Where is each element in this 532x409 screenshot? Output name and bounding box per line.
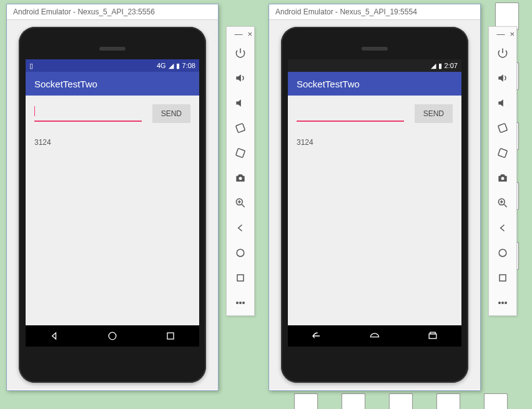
svg-point-19: [499, 302, 501, 304]
toolbar-minimize-button[interactable]: —: [496, 29, 505, 39]
app-action-bar: SocketTestTwo: [288, 72, 461, 96]
phone-screen: ◢ ▮ 2:07 SocketTestTwo SEND 3124: [288, 59, 461, 347]
result-text: 3124: [34, 138, 190, 147]
overview-icon[interactable]: [228, 265, 253, 290]
app-title: SocketTestTwo: [34, 79, 97, 89]
nav-back-button[interactable]: [310, 330, 323, 342]
svg-rect-11: [429, 334, 436, 339]
svg-point-0: [109, 332, 116, 340]
zoom-icon[interactable]: [490, 190, 515, 215]
message-input[interactable]: [297, 106, 404, 122]
status-bar: ◢ ▮ 2:07: [288, 59, 461, 72]
svg-rect-7: [237, 275, 244, 281]
window-title: Android Emulator - Nexus_5_API_23:5556: [7, 4, 218, 20]
emulator-window-right: Android Emulator - Nexus_5_API_19:5554 ◢…: [268, 4, 481, 391]
status-time: 2:07: [445, 62, 458, 69]
emulator-toolbar-left: — ×: [226, 26, 255, 316]
message-input[interactable]: [34, 106, 142, 122]
text-cursor: [34, 106, 35, 116]
power-icon[interactable]: [228, 41, 253, 66]
home-icon[interactable]: [490, 240, 515, 265]
svg-point-4: [239, 177, 242, 180]
svg-point-21: [505, 302, 507, 304]
camera-icon[interactable]: [490, 165, 515, 190]
status-bar: ▯ 4G ◢ ▮ 7:08: [26, 59, 199, 72]
status-left-icon: ▯: [29, 62, 33, 70]
volume-down-icon[interactable]: [228, 91, 253, 116]
back-icon[interactable]: [490, 215, 515, 240]
svg-rect-2: [236, 124, 245, 133]
more-icon[interactable]: [228, 290, 253, 315]
battery-icon: ▮: [438, 62, 442, 70]
send-button[interactable]: SEND: [152, 104, 190, 123]
toolbar-close-button[interactable]: ×: [510, 29, 515, 39]
desktop-icon[interactable]: [293, 393, 318, 409]
desktop-icon[interactable]: [388, 393, 413, 409]
svg-rect-3: [236, 149, 245, 158]
toolbar-close-button[interactable]: ×: [247, 29, 252, 39]
emulator-toolbar-right: — ×: [488, 26, 517, 316]
app-action-bar: SocketTestTwo: [26, 72, 199, 96]
back-icon[interactable]: [228, 215, 253, 240]
volume-up-icon[interactable]: [228, 66, 253, 91]
emulator-window-left: Android Emulator - Nexus_5_API_23:5556 ▯…: [6, 4, 219, 391]
zoom-icon[interactable]: [228, 190, 253, 215]
svg-point-9: [240, 302, 242, 304]
volume-down-icon[interactable]: [490, 91, 515, 116]
phone-frame: ◢ ▮ 2:07 SocketTestTwo SEND 3124: [281, 27, 468, 383]
nav-overview-button[interactable]: [426, 330, 439, 342]
window-title: Android Emulator - Nexus_5_API_19:5554: [269, 4, 480, 20]
camera-icon[interactable]: [228, 165, 253, 190]
svg-point-6: [237, 249, 244, 257]
desktop-icon[interactable]: [341, 393, 366, 409]
volume-up-icon[interactable]: [490, 66, 515, 91]
status-time: 7:08: [182, 62, 195, 69]
nav-home-button[interactable]: [106, 330, 119, 342]
rotate-left-icon[interactable]: [228, 116, 253, 140]
send-button[interactable]: SEND: [415, 104, 453, 123]
signal-icon: ◢: [169, 62, 174, 70]
status-network-label: 4G: [157, 62, 166, 69]
svg-rect-14: [498, 149, 508, 158]
power-icon[interactable]: [490, 41, 515, 66]
svg-rect-13: [498, 124, 508, 133]
rotate-right-icon[interactable]: [490, 140, 515, 165]
app-body: SEND 3124: [26, 96, 199, 347]
phone-speaker: [99, 47, 126, 51]
result-text: 3124: [297, 138, 453, 147]
toolbar-minimize-button[interactable]: —: [234, 29, 242, 39]
phone-frame: ▯ 4G ◢ ▮ 7:08 SocketTestTwo: [19, 27, 206, 383]
svg-point-20: [502, 302, 504, 304]
svg-rect-12: [430, 332, 435, 334]
svg-point-15: [501, 177, 505, 180]
battery-icon: ▮: [176, 62, 180, 70]
phone-speaker: [362, 47, 388, 51]
rotate-left-icon[interactable]: [490, 116, 515, 140]
svg-point-10: [243, 302, 245, 304]
nav-overview-button[interactable]: [164, 330, 177, 342]
phone-screen: ▯ 4G ◢ ▮ 7:08 SocketTestTwo: [26, 59, 199, 347]
svg-rect-1: [167, 333, 174, 339]
more-icon[interactable]: [490, 290, 515, 315]
app-title: SocketTestTwo: [297, 79, 360, 89]
svg-rect-18: [500, 275, 506, 281]
app-body: SEND 3124: [288, 96, 461, 347]
rotate-right-icon[interactable]: [228, 140, 253, 165]
signal-icon: ◢: [431, 62, 436, 70]
nav-back-button[interactable]: [48, 330, 61, 342]
home-icon[interactable]: [228, 240, 253, 265]
desktop-icon[interactable]: [483, 393, 508, 409]
nav-home-button[interactable]: [368, 330, 381, 342]
svg-point-8: [237, 302, 239, 304]
overview-icon[interactable]: [490, 265, 515, 290]
desktop-icon[interactable]: [436, 393, 461, 409]
svg-point-17: [499, 249, 506, 257]
